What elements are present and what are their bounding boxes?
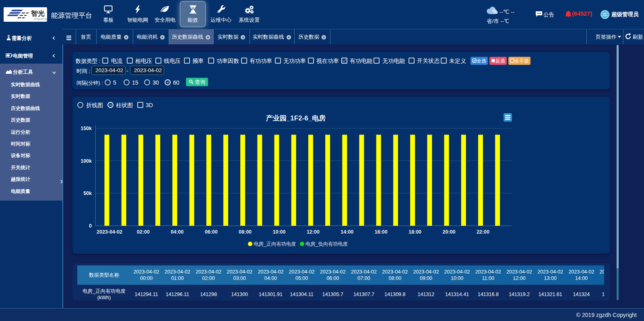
svg-text:06:00: 06:00 xyxy=(205,229,218,235)
svg-text:16:00: 16:00 xyxy=(375,229,388,235)
svg-text:22:00: 22:00 xyxy=(477,229,489,235)
svg-text:150k: 150k xyxy=(80,126,92,131)
svg-text:智光: 智光 xyxy=(31,10,45,17)
svg-text:14:00: 14:00 xyxy=(341,229,353,235)
svg-text:2023-04-02: 2023-04-02 xyxy=(97,229,122,235)
svg-text:20:00: 20:00 xyxy=(443,229,456,235)
svg-text:12:00: 12:00 xyxy=(307,229,320,235)
svg-text:04:00: 04:00 xyxy=(171,229,184,235)
svg-text:08:00: 08:00 xyxy=(239,229,252,235)
svg-text:0: 0 xyxy=(89,223,92,229)
svg-text:02:00: 02:00 xyxy=(137,229,150,235)
svg-text:18:00: 18:00 xyxy=(409,229,421,235)
svg-text:10:00: 10:00 xyxy=(273,229,286,235)
svg-text:Zhiguang: Zhiguang xyxy=(33,17,47,21)
svg-text:50k: 50k xyxy=(83,191,92,196)
svg-text:100k: 100k xyxy=(80,158,92,164)
